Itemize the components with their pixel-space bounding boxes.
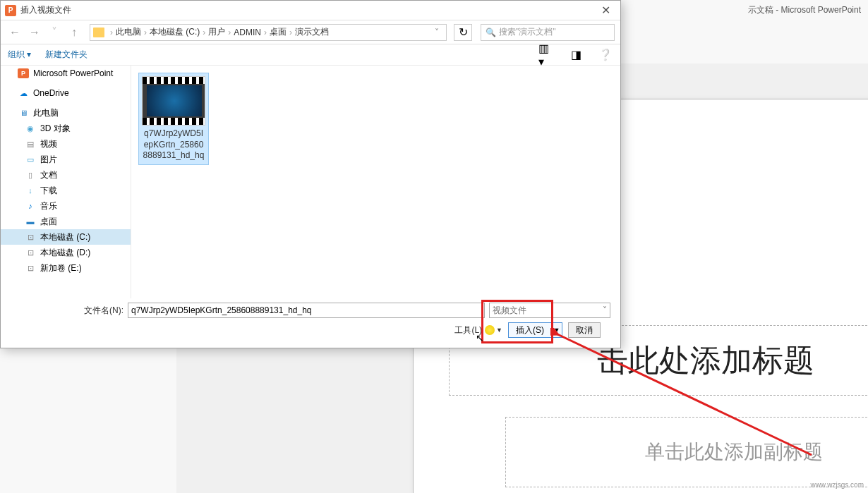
icon-drive: ⊡ [25, 248, 36, 257]
search-placeholder: 搜索"演示文档" [499, 26, 556, 38]
sidebar-item[interactable]: ▤视频 [1, 136, 131, 152]
sidebar-item[interactable]: ▭图片 [1, 152, 131, 167]
insert-dropdown-icon[interactable]: ▼ [551, 322, 562, 338]
insert-button[interactable]: 插入(S) ▼ [508, 322, 562, 338]
sidebar-item-label: 新加卷 (E:) [40, 262, 82, 274]
subtitle-placeholder[interactable]: 单击此处添加副标题 [505, 417, 868, 487]
icon-ppt: P [18, 68, 29, 78]
sidebar: PMicrosoft PowerPoint☁OneDrive🖥此电脑◉3D 对象… [1, 66, 131, 298]
sidebar-item-label: 图片 [40, 154, 57, 166]
file-item[interactable]: q7WJrp2yWD5IepKGrtn_258608889131_hd_hq [138, 73, 209, 165]
chevron-down-icon: ▼ [496, 327, 502, 334]
file-name: q7WJrp2yWD5IepKGrtn_258608889131_hd_hq [142, 128, 205, 162]
sidebar-item[interactable]: ◉3D 对象 [1, 121, 131, 136]
view-mode-button[interactable]: ▥ ▾ [538, 47, 554, 63]
app-icon: P [5, 5, 16, 16]
icon-drive: ⊡ [25, 232, 36, 242]
refresh-button[interactable]: ↻ [454, 24, 472, 41]
icon-desktop: ▬ [25, 217, 36, 226]
dialog-toolbar: 组织 ▾ 新建文件夹 ▥ ▾ ◨ ❔ [1, 44, 620, 66]
back-button[interactable]: ← [6, 24, 23, 41]
breadcrumb-item[interactable]: 用户 [208, 26, 225, 38]
sidebar-item-label: 本地磁盘 (D:) [40, 247, 90, 259]
dialog-title: 插入视频文件 [20, 4, 596, 16]
help-button[interactable]: ❔ [598, 47, 613, 63]
sidebar-item-label: OneDrive [33, 88, 69, 98]
sidebar-item-label: 下载 [40, 185, 57, 197]
icon-pc: 🖥 [18, 108, 29, 118]
folder-icon [93, 28, 104, 37]
file-list[interactable]: q7WJrp2yWD5IepKGrtn_258608889131_hd_hq [131, 66, 620, 298]
chevron-down-icon: ˅ [603, 305, 607, 315]
icon-doc: ▯ [25, 170, 36, 180]
breadcrumb-item[interactable]: 演示文档 [295, 26, 329, 38]
navigation-bar: ← → ˅ ↑ › 此电脑 › 本地磁盘 (C:) › 用户 › ADMIN ›… [1, 20, 620, 44]
sidebar-item-label: 3D 对象 [40, 123, 71, 135]
sidebar-item-label: Microsoft PowerPoint [33, 68, 113, 78]
search-input[interactable]: 🔍 搜索"演示文档" [481, 24, 615, 41]
filetype-select[interactable]: 视频文件 ˅ [489, 303, 610, 318]
app-title: 示文稿 - Microsoft PowerPoint [748, 4, 861, 16]
breadcrumb-item[interactable]: 桌面 [270, 26, 287, 38]
sidebar-item[interactable]: ⊡本地磁盘 (D:) [1, 245, 131, 260]
dialog-titlebar: P 插入视频文件 ✕ [1, 1, 620, 20]
sidebar-item[interactable]: ☁OneDrive [1, 85, 131, 101]
sidebar-item-label: 文档 [40, 169, 57, 181]
sidebar-item[interactable]: PMicrosoft PowerPoint [1, 66, 131, 81]
tools-button[interactable]: 工具(L) ▼ [454, 324, 502, 336]
breadcrumb-item[interactable]: 本地磁盘 (C:) [150, 26, 200, 38]
filename-label: 文件名(N): [84, 305, 123, 317]
sidebar-item-label: 此电脑 [33, 107, 59, 119]
preview-pane-button[interactable]: ◨ [568, 47, 584, 63]
new-folder-button[interactable]: 新建文件夹 [45, 49, 88, 61]
dialog-body: PMicrosoft PowerPoint☁OneDrive🖥此电脑◉3D 对象… [1, 66, 620, 298]
icon-music: ♪ [25, 201, 36, 211]
sidebar-item[interactable]: ⊡新加卷 (E:) [1, 260, 131, 276]
icon-pic: ▭ [25, 154, 36, 164]
icon-video: ▤ [25, 139, 36, 149]
filename-input[interactable] [128, 303, 485, 318]
forward-button[interactable]: → [26, 24, 43, 41]
organize-button[interactable]: 组织 ▾ [8, 49, 31, 61]
search-icon: 🔍 [486, 28, 496, 37]
icon-drive: ⊡ [25, 263, 36, 273]
up-button[interactable]: ↑ [66, 24, 83, 41]
icon-download: ↓ [25, 185, 36, 195]
sidebar-item[interactable]: ♪音乐 [1, 198, 131, 214]
sidebar-item-label: 视频 [40, 138, 57, 150]
dialog-footer: 文件名(N): 视频文件 ˅ 工具(L) ▼ 插入(S) ▼ 取消 [1, 298, 620, 342]
breadcrumb-dropdown-icon[interactable]: ˅ [430, 28, 443, 37]
video-thumbnail [142, 76, 205, 126]
sidebar-item-label: 桌面 [40, 216, 57, 228]
insert-video-dialog: P 插入视频文件 ✕ ← → ˅ ↑ › 此电脑 › 本地磁盘 (C:) › 用… [0, 0, 621, 348]
sidebar-item[interactable]: ▬桌面 [1, 214, 131, 229]
sidebar-item[interactable]: ▯文档 [1, 167, 131, 183]
watermark: www.wzjsgs.com [810, 481, 864, 489]
breadcrumb[interactable]: › 此电脑 › 本地磁盘 (C:) › 用户 › ADMIN › 桌面 › 演示… [90, 24, 447, 41]
icon-3d: ◉ [25, 123, 36, 133]
cancel-button[interactable]: 取消 [568, 322, 601, 338]
sidebar-item-label: 本地磁盘 (C:) [40, 231, 90, 243]
breadcrumb-item[interactable]: ADMIN [234, 28, 261, 37]
icon-onedrive: ☁ [18, 88, 29, 98]
sidebar-item[interactable]: 🖥此电脑 [1, 105, 131, 121]
sidebar-item-label: 音乐 [40, 200, 57, 212]
filetype-value: 视频文件 [493, 305, 526, 317]
sidebar-item[interactable]: ⊡本地磁盘 (C:) [1, 229, 131, 245]
recent-dropdown-icon[interactable]: ˅ [46, 24, 63, 41]
app-titlebar: 示文稿 - Microsoft PowerPoint [741, 0, 868, 20]
close-button[interactable]: ✕ [596, 4, 616, 17]
highlight-dot-icon [485, 325, 495, 335]
breadcrumb-item[interactable]: 此电脑 [116, 26, 141, 38]
sidebar-item[interactable]: ↓下载 [1, 183, 131, 198]
